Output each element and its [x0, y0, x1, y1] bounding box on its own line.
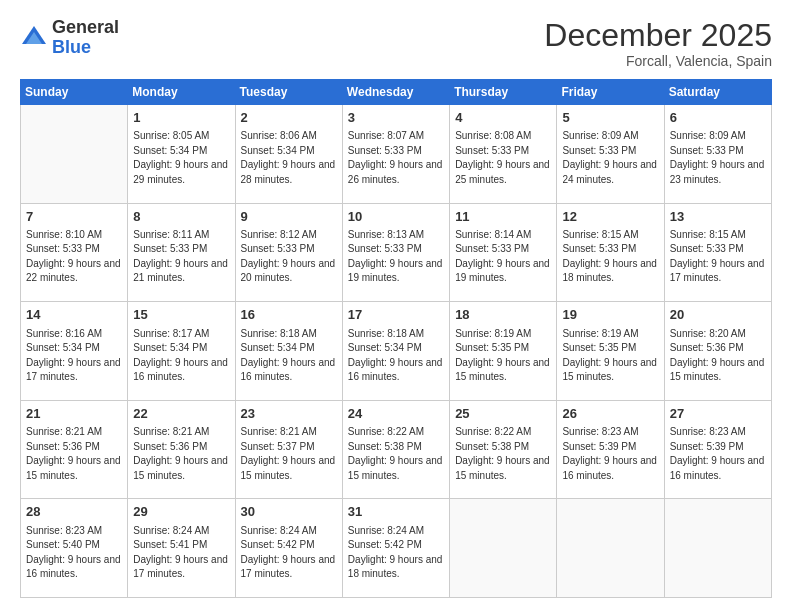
cell-content: Sunrise: 8:12 AMSunset: 5:33 PMDaylight:…: [241, 228, 337, 286]
day-header-friday: Friday: [557, 80, 664, 105]
calendar-week-4: 28Sunrise: 8:23 AMSunset: 5:40 PMDayligh…: [21, 499, 772, 598]
cell-content: Sunrise: 8:17 AMSunset: 5:34 PMDaylight:…: [133, 327, 229, 385]
day-header-monday: Monday: [128, 80, 235, 105]
cell-content: Sunrise: 8:24 AMSunset: 5:42 PMDaylight:…: [348, 524, 444, 582]
calendar-cell: 4Sunrise: 8:08 AMSunset: 5:33 PMDaylight…: [450, 105, 557, 204]
cell-content: Sunrise: 8:21 AMSunset: 5:36 PMDaylight:…: [26, 425, 122, 483]
logo: General Blue: [20, 18, 119, 58]
month-title: December 2025: [544, 18, 772, 53]
title-section: December 2025 Forcall, Valencia, Spain: [544, 18, 772, 69]
cell-content: Sunrise: 8:23 AMSunset: 5:39 PMDaylight:…: [670, 425, 766, 483]
cell-content: Sunrise: 8:23 AMSunset: 5:40 PMDaylight:…: [26, 524, 122, 582]
cell-content: Sunrise: 8:09 AMSunset: 5:33 PMDaylight:…: [562, 129, 658, 187]
day-number: 13: [670, 208, 766, 226]
day-number: 12: [562, 208, 658, 226]
cell-content: Sunrise: 8:22 AMSunset: 5:38 PMDaylight:…: [348, 425, 444, 483]
day-number: 19: [562, 306, 658, 324]
day-number: 27: [670, 405, 766, 423]
cell-content: Sunrise: 8:11 AMSunset: 5:33 PMDaylight:…: [133, 228, 229, 286]
header: General Blue December 2025 Forcall, Vale…: [20, 18, 772, 69]
cell-content: Sunrise: 8:14 AMSunset: 5:33 PMDaylight:…: [455, 228, 551, 286]
calendar-week-1: 7Sunrise: 8:10 AMSunset: 5:33 PMDaylight…: [21, 203, 772, 302]
day-number: 25: [455, 405, 551, 423]
cell-content: Sunrise: 8:07 AMSunset: 5:33 PMDaylight:…: [348, 129, 444, 187]
day-number: 24: [348, 405, 444, 423]
cell-content: Sunrise: 8:15 AMSunset: 5:33 PMDaylight:…: [670, 228, 766, 286]
day-number: 21: [26, 405, 122, 423]
calendar-week-3: 21Sunrise: 8:21 AMSunset: 5:36 PMDayligh…: [21, 400, 772, 499]
calendar-cell: 17Sunrise: 8:18 AMSunset: 5:34 PMDayligh…: [342, 302, 449, 401]
calendar-cell: 22Sunrise: 8:21 AMSunset: 5:36 PMDayligh…: [128, 400, 235, 499]
cell-content: Sunrise: 8:18 AMSunset: 5:34 PMDaylight:…: [241, 327, 337, 385]
calendar-week-0: 1Sunrise: 8:05 AMSunset: 5:34 PMDaylight…: [21, 105, 772, 204]
logo-general: General: [52, 17, 119, 37]
day-number: 17: [348, 306, 444, 324]
calendar-cell: 14Sunrise: 8:16 AMSunset: 5:34 PMDayligh…: [21, 302, 128, 401]
cell-content: Sunrise: 8:19 AMSunset: 5:35 PMDaylight:…: [455, 327, 551, 385]
cell-content: Sunrise: 8:06 AMSunset: 5:34 PMDaylight:…: [241, 129, 337, 187]
day-number: 31: [348, 503, 444, 521]
day-number: 4: [455, 109, 551, 127]
day-number: 8: [133, 208, 229, 226]
calendar-cell: [21, 105, 128, 204]
day-header-thursday: Thursday: [450, 80, 557, 105]
day-header-saturday: Saturday: [664, 80, 771, 105]
day-number: 5: [562, 109, 658, 127]
cell-content: Sunrise: 8:19 AMSunset: 5:35 PMDaylight:…: [562, 327, 658, 385]
logo-text: General Blue: [52, 18, 119, 58]
calendar-cell: 28Sunrise: 8:23 AMSunset: 5:40 PMDayligh…: [21, 499, 128, 598]
calendar-cell: 12Sunrise: 8:15 AMSunset: 5:33 PMDayligh…: [557, 203, 664, 302]
calendar-cell: 21Sunrise: 8:21 AMSunset: 5:36 PMDayligh…: [21, 400, 128, 499]
cell-content: Sunrise: 8:10 AMSunset: 5:33 PMDaylight:…: [26, 228, 122, 286]
calendar-cell: 15Sunrise: 8:17 AMSunset: 5:34 PMDayligh…: [128, 302, 235, 401]
cell-content: Sunrise: 8:24 AMSunset: 5:41 PMDaylight:…: [133, 524, 229, 582]
day-number: 16: [241, 306, 337, 324]
day-number: 14: [26, 306, 122, 324]
day-number: 22: [133, 405, 229, 423]
calendar-cell: 13Sunrise: 8:15 AMSunset: 5:33 PMDayligh…: [664, 203, 771, 302]
calendar-cell: 10Sunrise: 8:13 AMSunset: 5:33 PMDayligh…: [342, 203, 449, 302]
day-number: 26: [562, 405, 658, 423]
calendar-cell: [450, 499, 557, 598]
day-header-sunday: Sunday: [21, 80, 128, 105]
day-header-tuesday: Tuesday: [235, 80, 342, 105]
day-number: 28: [26, 503, 122, 521]
cell-content: Sunrise: 8:08 AMSunset: 5:33 PMDaylight:…: [455, 129, 551, 187]
calendar-week-2: 14Sunrise: 8:16 AMSunset: 5:34 PMDayligh…: [21, 302, 772, 401]
day-number: 9: [241, 208, 337, 226]
cell-content: Sunrise: 8:20 AMSunset: 5:36 PMDaylight:…: [670, 327, 766, 385]
calendar-cell: 25Sunrise: 8:22 AMSunset: 5:38 PMDayligh…: [450, 400, 557, 499]
location: Forcall, Valencia, Spain: [544, 53, 772, 69]
calendar-cell: 6Sunrise: 8:09 AMSunset: 5:33 PMDaylight…: [664, 105, 771, 204]
calendar-cell: 11Sunrise: 8:14 AMSunset: 5:33 PMDayligh…: [450, 203, 557, 302]
calendar-cell: 19Sunrise: 8:19 AMSunset: 5:35 PMDayligh…: [557, 302, 664, 401]
day-number: 30: [241, 503, 337, 521]
day-number: 1: [133, 109, 229, 127]
day-number: 2: [241, 109, 337, 127]
calendar-cell: 18Sunrise: 8:19 AMSunset: 5:35 PMDayligh…: [450, 302, 557, 401]
calendar-cell: 2Sunrise: 8:06 AMSunset: 5:34 PMDaylight…: [235, 105, 342, 204]
day-number: 29: [133, 503, 229, 521]
calendar-cell: 8Sunrise: 8:11 AMSunset: 5:33 PMDaylight…: [128, 203, 235, 302]
calendar-cell: 20Sunrise: 8:20 AMSunset: 5:36 PMDayligh…: [664, 302, 771, 401]
cell-content: Sunrise: 8:05 AMSunset: 5:34 PMDaylight:…: [133, 129, 229, 187]
calendar-cell: 24Sunrise: 8:22 AMSunset: 5:38 PMDayligh…: [342, 400, 449, 499]
day-number: 23: [241, 405, 337, 423]
cell-content: Sunrise: 8:13 AMSunset: 5:33 PMDaylight:…: [348, 228, 444, 286]
logo-blue-text: Blue: [52, 37, 91, 57]
day-number: 20: [670, 306, 766, 324]
cell-content: Sunrise: 8:24 AMSunset: 5:42 PMDaylight:…: [241, 524, 337, 582]
calendar-cell: 31Sunrise: 8:24 AMSunset: 5:42 PMDayligh…: [342, 499, 449, 598]
logo-icon: [20, 24, 48, 52]
calendar-table: SundayMondayTuesdayWednesdayThursdayFrid…: [20, 79, 772, 598]
calendar-cell: 27Sunrise: 8:23 AMSunset: 5:39 PMDayligh…: [664, 400, 771, 499]
day-number: 15: [133, 306, 229, 324]
calendar-cell: 7Sunrise: 8:10 AMSunset: 5:33 PMDaylight…: [21, 203, 128, 302]
calendar-cell: 16Sunrise: 8:18 AMSunset: 5:34 PMDayligh…: [235, 302, 342, 401]
calendar-cell: 23Sunrise: 8:21 AMSunset: 5:37 PMDayligh…: [235, 400, 342, 499]
calendar-cell: 9Sunrise: 8:12 AMSunset: 5:33 PMDaylight…: [235, 203, 342, 302]
day-number: 11: [455, 208, 551, 226]
calendar-cell: 3Sunrise: 8:07 AMSunset: 5:33 PMDaylight…: [342, 105, 449, 204]
day-number: 7: [26, 208, 122, 226]
day-number: 18: [455, 306, 551, 324]
